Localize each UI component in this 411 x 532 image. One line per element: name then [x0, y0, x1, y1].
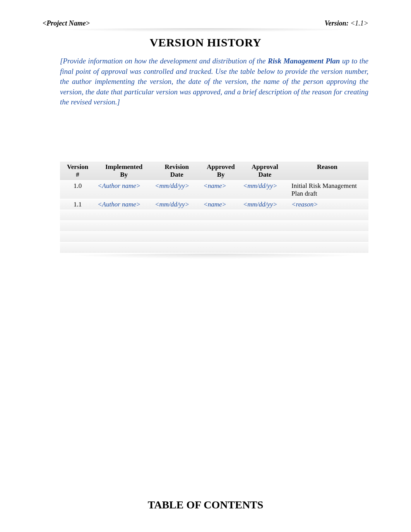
- empty-cell: [152, 221, 201, 232]
- empty-cell: [201, 221, 240, 232]
- version-history-table-wrap: Version # Implemented By Revision Date A…: [60, 162, 368, 259]
- th-revision-date: Revision Date: [152, 162, 201, 181]
- empty-cell: [289, 221, 368, 232]
- instruction-part1: [Provide information on how the developm…: [60, 57, 268, 65]
- table-row-empty: [60, 210, 368, 221]
- empty-cell: [152, 242, 201, 253]
- version-value: <1.1>: [350, 19, 368, 27]
- cell-approved-by-text: <name>: [203, 182, 226, 189]
- th-approved-by: Approved By: [201, 162, 240, 181]
- version-label: Version:: [325, 19, 349, 27]
- cell-approved-by-text: <name>: [203, 201, 226, 208]
- table-body: 1.0<Author name><mm/dd/yy><name><mm/dd/y…: [60, 181, 368, 253]
- empty-cell: [95, 232, 152, 242]
- empty-cell: [152, 210, 201, 221]
- empty-cell: [201, 210, 240, 221]
- empty-cell: [60, 242, 95, 253]
- cell-version-text: 1.1: [74, 201, 82, 208]
- table-row-empty: [60, 221, 368, 232]
- cell-reason-text: Initial Risk Management Plan draft: [291, 182, 357, 197]
- cell-reason: <reason>: [289, 199, 368, 210]
- th-reason: Reason: [289, 162, 368, 181]
- table-bottom-shadow: [58, 254, 370, 259]
- cell-approval-date: <mm/dd/yy>: [241, 181, 289, 199]
- toc-title: TABLE OF CONTENTS: [43, 499, 368, 511]
- table-row-empty: [60, 242, 368, 253]
- th-version-text: Version #: [67, 163, 88, 178]
- th-implemented-by-text: Implemented By: [105, 163, 142, 178]
- th-revision-date-text: Revision Date: [165, 163, 189, 178]
- empty-cell: [289, 232, 368, 242]
- page-title: VERSION HISTORY: [43, 36, 368, 49]
- empty-cell: [241, 221, 289, 232]
- page-container: <Project Name> Version: <1.1> VERSION HI…: [0, 0, 411, 519]
- cell-approval-date-text: <mm/dd/yy>: [243, 201, 277, 208]
- th-approval-date: Approval Date: [241, 162, 289, 181]
- cell-implemented-by-text: <Author name>: [98, 201, 140, 208]
- empty-cell: [60, 221, 95, 232]
- cell-approval-date: <mm/dd/yy>: [241, 199, 289, 210]
- cell-revision-date: <mm/dd/yy>: [152, 181, 201, 199]
- cell-revision-date-text: <mm/dd/yy>: [155, 201, 189, 208]
- table-row-empty: [60, 232, 368, 242]
- cell-approved-by: <name>: [201, 199, 240, 210]
- cell-reason-text: <reason>: [291, 201, 318, 208]
- empty-cell: [95, 242, 152, 253]
- th-version: Version #: [60, 162, 95, 181]
- th-reason-text: Reason: [317, 163, 337, 171]
- cell-revision-date-text: <mm/dd/yy>: [155, 182, 189, 189]
- cell-version: 1.0: [60, 181, 95, 199]
- cell-approval-date-text: <mm/dd/yy>: [243, 182, 277, 189]
- empty-cell: [289, 210, 368, 221]
- instruction-bold: Risk Management Plan: [268, 57, 340, 65]
- empty-cell: [152, 232, 201, 242]
- empty-cell: [241, 242, 289, 253]
- version-block: Version: <1.1>: [325, 19, 368, 27]
- empty-cell: [289, 242, 368, 253]
- table-row: 1.1<Author name><mm/dd/yy><name><mm/dd/y…: [60, 199, 368, 210]
- project-name: <Project Name>: [43, 19, 90, 27]
- cell-revision-date: <mm/dd/yy>: [152, 199, 201, 210]
- cell-version-text: 1.0: [74, 182, 82, 189]
- version-history-table: Version # Implemented By Revision Date A…: [60, 162, 368, 254]
- table-header-row: Version # Implemented By Revision Date A…: [60, 162, 368, 181]
- th-approved-by-text: Approved By: [207, 163, 235, 178]
- th-approval-date-text: Approval Date: [252, 163, 278, 178]
- empty-cell: [60, 210, 95, 221]
- cell-implemented-by: <Author name>: [95, 199, 152, 210]
- empty-cell: [241, 210, 289, 221]
- table-row: 1.0<Author name><mm/dd/yy><name><mm/dd/y…: [60, 181, 368, 199]
- cell-reason: Initial Risk Management Plan draft: [289, 181, 368, 199]
- header-divider-shadow: [42, 28, 369, 32]
- cell-approved-by: <name>: [201, 181, 240, 199]
- th-implemented-by: Implemented By: [95, 162, 152, 181]
- empty-cell: [95, 210, 152, 221]
- instruction-text: [Provide information on how the developm…: [60, 56, 368, 107]
- header-row: <Project Name> Version: <1.1>: [43, 19, 368, 27]
- cell-implemented-by: <Author name>: [95, 181, 152, 199]
- empty-cell: [95, 221, 152, 232]
- empty-cell: [201, 242, 240, 253]
- empty-cell: [241, 232, 289, 242]
- cell-version: 1.1: [60, 199, 95, 210]
- empty-cell: [201, 232, 240, 242]
- cell-implemented-by-text: <Author name>: [98, 182, 140, 189]
- empty-cell: [60, 232, 95, 242]
